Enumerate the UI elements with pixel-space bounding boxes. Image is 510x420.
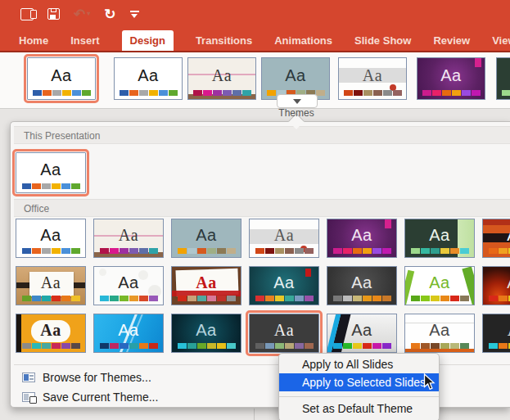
theme-thumbnail-tealred[interactable]: Aa [249, 266, 319, 305]
theme-thumbnail-office[interactable]: Aa [16, 219, 86, 258]
color-swatch [363, 343, 372, 349]
theme-thumbnail-flame[interactable]: Aa [482, 266, 510, 305]
toolbar-options-icon[interactable] [130, 11, 139, 18]
color-swatch [187, 248, 196, 254]
new-presentation-icon[interactable] [20, 8, 34, 20]
theme-aa-label: Aa [405, 274, 474, 291]
theme-color-swatches [327, 343, 396, 349]
theme-aa-label: Aa [250, 322, 318, 338]
color-swatch [421, 343, 430, 349]
theme-thumbnail-charcoal2[interactable]: Aa [249, 314, 319, 353]
color-swatch [139, 90, 148, 96]
color-swatch [217, 296, 226, 301]
color-swatch [120, 296, 129, 301]
save-current-theme-item[interactable]: Save Current Theme... [22, 388, 158, 406]
color-swatch [489, 296, 498, 301]
theme-thumbnail-office[interactable]: Aa [114, 57, 183, 100]
tab-home[interactable]: Home [19, 34, 48, 47]
color-swatch [450, 248, 459, 254]
theme-aa-label: Aa [483, 322, 510, 338]
color-swatch [267, 90, 276, 96]
color-swatch [149, 90, 158, 96]
color-swatch [71, 248, 80, 254]
theme-thumbnail-bluestreak[interactable]: Aa [93, 314, 164, 353]
theme-color-swatches [327, 296, 396, 301]
theme-thumbnail-orangeband[interactable]: Aa [482, 219, 510, 258]
theme-aa-label: Aa [16, 227, 85, 243]
themes-dropdown-button[interactable] [277, 94, 318, 108]
color-swatch [472, 90, 481, 96]
theme-thumbnail-gallery[interactable]: Aa [93, 219, 164, 258]
theme-color-swatches [339, 90, 406, 96]
tab-view[interactable]: View [492, 34, 510, 47]
theme-thumbnail-charcoal[interactable]: Aa [327, 266, 397, 305]
color-swatch [100, 248, 109, 254]
theme-thumbnail-wisp[interactable]: Aa [249, 219, 319, 258]
theme-aa-label: Aa [115, 67, 182, 84]
theme-thumbnail-wood[interactable]: Aa [16, 266, 86, 305]
save-icon[interactable] [47, 8, 60, 20]
tab-animations[interactable]: Animations [274, 34, 332, 47]
tab-insert[interactable]: Insert [70, 34, 99, 47]
color-swatch [207, 248, 216, 254]
theme-color-swatches [250, 343, 318, 349]
theme-thumbnail-ambercloud[interactable]: Aa [16, 314, 86, 353]
theme-thumbnail-purple[interactable]: Aa [327, 219, 397, 258]
color-swatch [432, 90, 441, 96]
color-swatch [411, 248, 420, 254]
color-swatch [139, 248, 148, 254]
theme-aa-label: Aa [16, 161, 85, 178]
color-swatch [203, 90, 212, 96]
color-swatch [178, 343, 187, 349]
tab-transitions[interactable]: Transitions [196, 34, 252, 47]
theme-thumbnail-office[interactable]: Aa [27, 57, 96, 100]
theme-thumbnail-slate[interactable]: Aa [171, 219, 241, 258]
redo-icon[interactable]: ↻ [104, 7, 115, 21]
color-swatch [499, 296, 508, 301]
color-swatch [450, 343, 459, 349]
theme-color-swatches [172, 296, 241, 301]
theme-thumbnail-darknavy[interactable]: Aa [171, 314, 241, 353]
color-swatch [71, 296, 80, 301]
theme-thumbnail-darkcut[interactable]: Aa [482, 314, 510, 353]
menu-item-apply-to-selected-slides[interactable]: Apply to Selected Slides [279, 373, 439, 391]
theme-color-swatches [16, 248, 85, 254]
theme-thumbnail-redcard[interactable]: Aa [171, 266, 241, 305]
theme-thumbnail-facet[interactable]: Aa [404, 266, 475, 305]
theme-aa-label: Aa [94, 322, 163, 338]
theme-thumbnail-office[interactable]: Aa [16, 152, 86, 193]
color-swatch [42, 296, 51, 301]
menu-item-set-as-default-theme[interactable]: Set as Default Theme [279, 400, 439, 418]
undo-icon[interactable]: ↶▾ [74, 7, 90, 21]
color-swatch [431, 343, 440, 349]
color-swatch [72, 90, 81, 96]
menu-item-apply-to-all-slides[interactable]: Apply to All Slides [279, 356, 439, 373]
theme-thumbnail-wisp[interactable]: Aa [338, 57, 407, 100]
color-swatch [120, 90, 129, 96]
color-swatch [393, 90, 402, 96]
theme-thumbnail-chevron[interactable]: Aa [327, 314, 397, 353]
browse-for-themes-item[interactable]: Browse for Themes... [22, 368, 151, 386]
tab-review[interactable]: Review [433, 34, 470, 47]
color-swatch [187, 296, 196, 301]
theme-thumbnail-purple[interactable]: Aa [417, 57, 485, 100]
theme-aa-label: Aa [262, 67, 329, 84]
color-swatch [22, 183, 31, 189]
color-swatch [232, 90, 241, 96]
theme-thumbnail-droplet[interactable]: Aa [93, 266, 164, 305]
color-swatch [353, 343, 362, 349]
theme-thumbnail-darkgreen[interactable]: Aa [404, 219, 475, 258]
color-swatch [450, 296, 459, 301]
color-swatch [353, 296, 362, 301]
color-swatch [129, 343, 138, 349]
theme-thumbnail-darkgreen[interactable]: Aa [496, 57, 510, 100]
tab-design[interactable]: Design [122, 30, 174, 51]
theme-thumbnail-minimal[interactable]: Aa [404, 314, 475, 353]
theme-aa-label: Aa [172, 227, 241, 243]
color-swatch [52, 183, 61, 189]
theme-color-swatches [483, 343, 510, 349]
color-swatch [383, 90, 392, 96]
tab-slide-show[interactable]: Slide Show [354, 34, 411, 47]
color-swatch [372, 343, 381, 349]
theme-thumbnail-gallery[interactable]: Aa [187, 57, 256, 100]
